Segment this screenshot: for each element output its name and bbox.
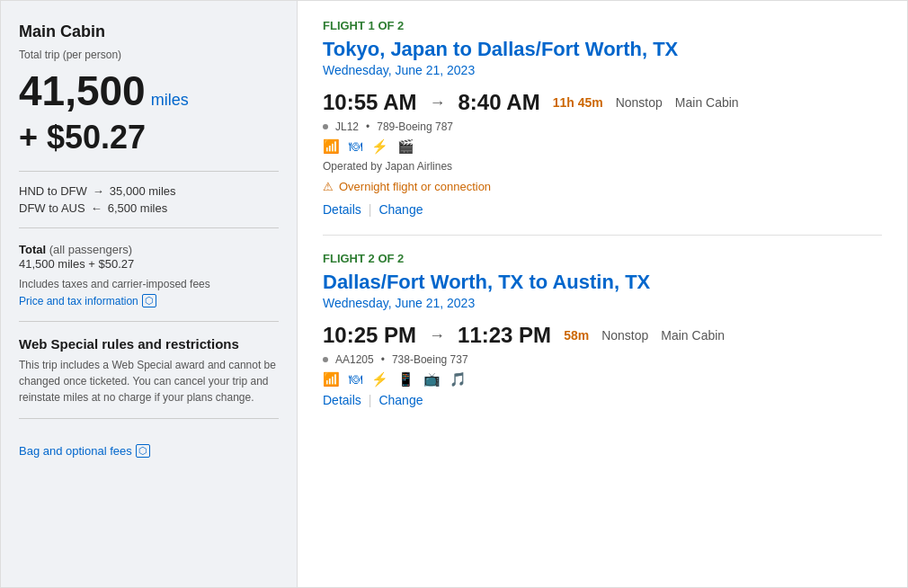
flight-2-label: Flight 2 of 2	[323, 252, 882, 265]
bag-fees-label: Bag and optional fees	[19, 444, 132, 458]
flight-1-block: Flight 1 of 2 Tokyo, Japan to Dallas/For…	[323, 19, 882, 217]
flight-1-dot	[323, 124, 328, 129]
flight-1-arrow: →	[429, 94, 445, 112]
flight-2-depart: 10:25 PM	[323, 323, 416, 348]
flight-2-aircraft: 738-Boeing 737	[392, 353, 468, 366]
flight-2-city1: Dallas/Fort Worth, TX	[323, 271, 523, 293]
flight-2-amenities: 📶 🍽 ⚡ 📱 📺 🎵	[323, 371, 882, 388]
flight-2-change-link[interactable]: Change	[378, 393, 423, 407]
total-label: Total	[19, 243, 49, 256]
flight-1-route-title: Tokyo, Japan to Dallas/Fort Worth, TX	[323, 38, 882, 61]
flight-2-block: Flight 2 of 2 Dallas/Fort Worth, TX to A…	[323, 252, 882, 407]
miles-amount: 41,500	[19, 67, 146, 115]
route-from-2: DFW to AUS	[19, 201, 85, 215]
flight-1-times-row: 10:55 AM → 8:40 AM 11h 45m Nonstop Main …	[323, 90, 882, 115]
flight-1-duration: 11h 45m	[553, 95, 603, 110]
flight-2-arrive: 11:23 PM	[458, 323, 551, 348]
flight-1-number: JL12	[335, 120, 359, 133]
flight-2-connector: to	[529, 271, 552, 293]
entertainment-icon: 🎬	[397, 138, 414, 155]
flight-separator	[323, 235, 882, 236]
cash-value: 50.27	[65, 119, 146, 156]
overnight-text: Overnight flight or connection	[339, 180, 491, 193]
miles-label: miles	[151, 91, 189, 110]
route-hnd-dfw: HND to DFW → 35,000 miles	[19, 184, 279, 198]
pipe-2: |	[369, 393, 372, 407]
wifi-icon-2: 📶	[323, 371, 340, 388]
flight-1-depart: 10:55 AM	[323, 90, 416, 115]
flight-1-label: Flight 1 of 2	[323, 19, 882, 32]
flight-1-nonstop: Nonstop	[616, 95, 663, 110]
web-special-title: Web Special rules and restrictions	[19, 336, 279, 352]
power-icon: ⚡	[371, 138, 388, 155]
web-special-section: Web Special rules and restrictions This …	[19, 336, 279, 405]
per-person-label: Total trip (per person)	[19, 49, 279, 61]
flight-1-operated-by: Operated by Japan Airlines	[323, 160, 882, 173]
route-arrow-2: ←	[91, 201, 102, 215]
includes-text: Includes taxes and carrier-imposed fees	[19, 278, 279, 290]
main-container: Main Cabin Total trip (per person) 41,50…	[0, 0, 908, 588]
flight-1-city2: Dallas/Fort Worth, TX	[477, 38, 678, 60]
flight-1-aircraft: 789-Boeing 787	[377, 120, 453, 133]
sidebar: Main Cabin Total trip (per person) 41,50…	[1, 1, 298, 587]
flight-2-duration: 58m	[564, 328, 589, 343]
divider-3	[19, 321, 279, 322]
mobile-icon-2: 📱	[397, 371, 414, 388]
flight-2-details-link[interactable]: Details	[323, 393, 361, 407]
cabin-class-title: Main Cabin	[19, 22, 279, 41]
flight-2-cabin: Main Cabin	[661, 328, 725, 343]
flight-1-arrive: 8:40 AM	[458, 90, 539, 115]
flight-1-details-row: Details | Change	[323, 202, 882, 217]
divider-1	[19, 171, 279, 172]
music-icon-2: 🎵	[450, 371, 467, 388]
pipe-1: |	[369, 202, 372, 217]
divider-4	[19, 418, 279, 419]
price-tax-link[interactable]: Price and tax information ⬡	[19, 294, 156, 307]
flight-1-connector: to	[453, 38, 477, 60]
meal-icon-2: 🍽	[349, 371, 362, 388]
flight-1-overnight-warning: ⚠ Overnight flight or connection	[323, 180, 882, 193]
flight-1-amenities: 📶 🍽 ⚡ 🎬	[323, 138, 882, 155]
divider-2	[19, 227, 279, 228]
flight-2-city2: Austin, TX	[552, 271, 650, 293]
route-dfw-aus: DFW to AUS ← 6,500 miles	[19, 201, 279, 215]
bag-fees-link[interactable]: Bag and optional fees ⬡	[19, 444, 150, 458]
total-section: Total (all passengers) 41,500 miles + $5…	[19, 241, 279, 271]
route-arrow-1: →	[93, 184, 104, 198]
route-miles-2: 6,500 miles	[108, 201, 167, 215]
warning-icon: ⚠	[323, 180, 334, 193]
total-value: 41,500 miles + $50.27	[19, 257, 279, 271]
total-qualifier: (all passengers)	[49, 243, 133, 256]
flight-2-dot	[323, 357, 328, 362]
wifi-icon: 📶	[323, 138, 340, 155]
route-miles-1: 35,000 miles	[110, 184, 176, 198]
flight-1-info-row: JL12 • 789-Boeing 787	[323, 120, 882, 133]
flight-1-city1: Tokyo, Japan	[323, 38, 448, 60]
flight-2-info-row: AA1205 • 738-Boeing 737	[323, 353, 882, 366]
flight-2-dot2: •	[381, 353, 385, 366]
flight-2-times-row: 10:25 PM → 11:23 PM 58m Nonstop Main Cab…	[323, 323, 882, 348]
flight-2-arrow: →	[429, 326, 445, 345]
flight-2-details-row: Details | Change	[323, 393, 882, 407]
flight-2-date: Wednesday, June 21, 2023	[323, 296, 882, 310]
flight-1-change-link[interactable]: Change	[378, 202, 423, 217]
flight-2-route-title: Dallas/Fort Worth, TX to Austin, TX	[323, 271, 882, 294]
cash-prefix: + $	[19, 119, 65, 156]
price-tax-label: Price and tax information	[19, 295, 138, 307]
route-from-1: HND to DFW	[19, 184, 87, 198]
meal-icon: 🍽	[349, 138, 362, 155]
flight-1-cabin: Main Cabin	[675, 95, 739, 110]
web-special-text: This trip includes a Web Special award a…	[19, 357, 279, 405]
external-link-icon: ⬡	[142, 294, 156, 307]
flight-2-nonstop: Nonstop	[601, 328, 648, 343]
power-icon-2: ⚡	[371, 371, 388, 388]
flight-1-date: Wednesday, June 21, 2023	[323, 63, 882, 77]
flight-1-details-link[interactable]: Details	[323, 202, 361, 217]
flight-2-number: AA1205	[335, 353, 374, 366]
flight-1-dot2: •	[366, 120, 369, 133]
main-content: Flight 1 of 2 Tokyo, Japan to Dallas/For…	[298, 1, 907, 587]
bag-fees-ext-icon: ⬡	[136, 444, 150, 458]
screen-icon-2: 📺	[423, 371, 441, 388]
cash-amount: + $50.27	[19, 119, 279, 156]
